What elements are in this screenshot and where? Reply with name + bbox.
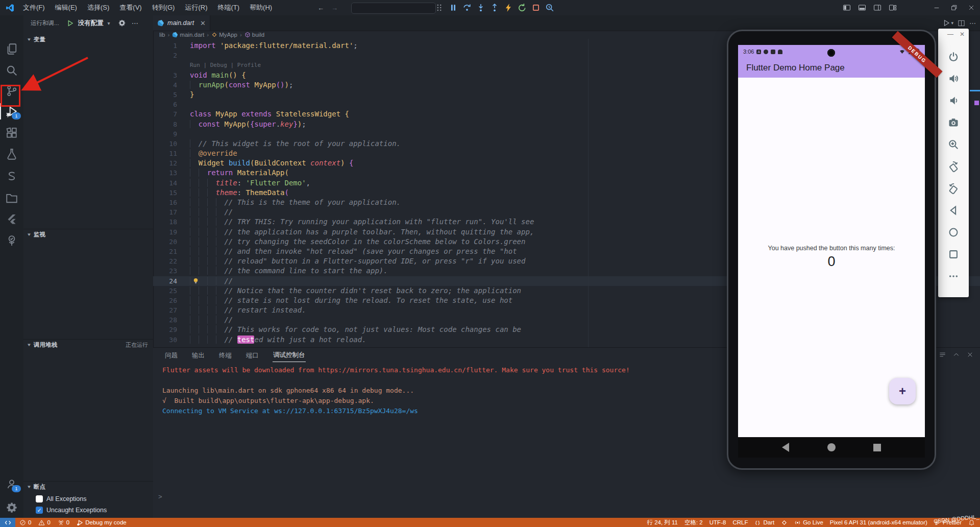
increment-fab-button[interactable]: +: [889, 378, 916, 404]
android-back-button[interactable]: [782, 443, 789, 452]
activity-search-icon[interactable]: [0, 60, 23, 81]
emulator-close-icon[interactable]: ✕: [960, 31, 965, 38]
panel-views-icon[interactable]: [939, 351, 946, 358]
hot-restart-button[interactable]: [518, 3, 527, 12]
activity-account-icon[interactable]: 1: [0, 474, 23, 494]
activity-todo-tree-icon[interactable]: [0, 231, 23, 251]
menu-r[interactable]: 运行(R): [180, 2, 212, 13]
activity-s-extension-icon[interactable]: [0, 166, 23, 187]
remote-indicator[interactable]: [0, 518, 15, 527]
breadcrumb-item-lib[interactable]: lib: [159, 32, 165, 38]
split-editor-icon[interactable]: [958, 19, 965, 27]
activity-extensions-icon[interactable]: [0, 123, 23, 143]
panel-tab[interactable]: 终端: [218, 349, 232, 362]
open-devtools-button[interactable]: [545, 3, 554, 12]
emulator-more-button[interactable]: [948, 271, 959, 282]
menu-s[interactable]: 选择(S): [83, 2, 114, 13]
checkbox[interactable]: [36, 495, 43, 502]
chevron-down-icon[interactable]: ▾: [108, 20, 110, 26]
emulator-minimize-icon[interactable]: —: [947, 31, 953, 38]
hot-reload-button[interactable]: [504, 3, 513, 12]
panel-tab[interactable]: 端口: [246, 349, 259, 362]
forward-arrow-icon[interactable]: →: [331, 4, 338, 12]
activity-project-folder-icon[interactable]: [0, 188, 23, 208]
restore-icon[interactable]: [945, 0, 963, 15]
section-breakpoints[interactable]: ▼ 断点: [23, 481, 153, 492]
menu-e[interactable]: 编辑(E): [51, 2, 82, 13]
section-watch[interactable]: ▼ 监视: [23, 229, 153, 240]
status-device[interactable]: Pixel 6 API 31 (android-x64 emulator): [830, 519, 927, 525]
section-call-stack[interactable]: ▼ 调用堆栈 正在运行: [23, 339, 153, 350]
menu-v[interactable]: 查看(V): [115, 2, 146, 13]
emulator-volume-up-button[interactable]: [948, 73, 959, 84]
back-arrow-icon[interactable]: ←: [317, 4, 324, 12]
menu-h[interactable]: 帮助(H): [245, 2, 277, 13]
activity-settings-icon[interactable]: [0, 497, 23, 518]
status-cursor-position[interactable]: 行 24, 列 11: [647, 519, 678, 526]
emulator-volume-down-button[interactable]: [948, 95, 959, 106]
breakpoint-row[interactable]: All Exceptions: [23, 493, 153, 505]
stop-button[interactable]: [531, 3, 541, 12]
pause-button[interactable]: [449, 3, 458, 12]
start-debug-icon[interactable]: [66, 19, 74, 27]
activity-explorer-icon[interactable]: [0, 39, 23, 59]
menu-t[interactable]: 终端(T): [213, 2, 244, 13]
drag-grip-button[interactable]: [435, 3, 444, 12]
emulator-screen[interactable]: 3:06 A Flutter Demo Home Page You have p…: [738, 45, 925, 458]
run-file-icon[interactable]: ▾: [942, 19, 953, 27]
status-prettier[interactable]: Prettier: [934, 519, 962, 526]
close-icon[interactable]: [963, 0, 980, 15]
status-indentation[interactable]: 空格: 2: [684, 519, 703, 526]
emulator-rotate-cw-button[interactable]: [948, 183, 959, 194]
more-actions-icon[interactable]: ⋯: [969, 19, 976, 27]
status-language-mode[interactable]: {}Dart: [754, 519, 774, 526]
section-variables[interactable]: ▼ 变量: [23, 34, 153, 45]
status-go-live[interactable]: Go Live: [794, 519, 823, 526]
panel-tab[interactable]: 输出: [191, 349, 205, 362]
status-warnings[interactable]: 0: [38, 519, 50, 526]
toggle-sidebar-icon[interactable]: [840, 1, 853, 14]
more-actions-icon[interactable]: ⋯: [132, 19, 138, 27]
panel-tab[interactable]: 调试控制台: [273, 349, 306, 362]
emulator-zoom-in-button[interactable]: [948, 139, 959, 150]
emulator-rotate-ccw-button[interactable]: [948, 161, 959, 172]
panel-tab[interactable]: 问题: [164, 349, 178, 362]
search-input[interactable]: [351, 3, 436, 14]
minimize-icon[interactable]: [928, 0, 945, 15]
status-debug-session[interactable]: Debug my code: [77, 519, 127, 526]
emulator-overview-button[interactable]: [948, 249, 959, 260]
emulator-home-button[interactable]: [948, 227, 959, 238]
lightbulb-icon[interactable]: [192, 277, 200, 285]
checkbox[interactable]: ✓: [36, 507, 43, 514]
toggle-secondary-sidebar-icon[interactable]: [871, 1, 884, 14]
toggle-panel-icon[interactable]: [855, 1, 869, 14]
step-into-button[interactable]: [476, 3, 485, 12]
activity-flutter-icon[interactable]: [0, 209, 23, 230]
launch-config-select[interactable]: 没有配置: [78, 19, 104, 28]
breakpoint-row[interactable]: ✓Uncaught Exceptions: [23, 505, 153, 516]
status-notifications[interactable]: [968, 519, 975, 526]
emulator-back-button[interactable]: [948, 205, 959, 216]
status-encoding[interactable]: UTF-8: [709, 519, 726, 525]
emulator-camera-button[interactable]: [948, 117, 959, 128]
menu-g[interactable]: 转到(G): [148, 2, 180, 13]
emulator-power-button[interactable]: [948, 51, 959, 62]
tab-main-dart[interactable]: main.dart ✕: [153, 15, 210, 31]
close-tab-icon[interactable]: ✕: [200, 19, 206, 27]
android-home-button[interactable]: [827, 443, 836, 451]
console-input-prompt[interactable]: >: [158, 493, 162, 500]
gear-icon[interactable]: [118, 19, 126, 27]
android-recents-button[interactable]: [873, 444, 881, 451]
breadcrumb-item-maindart[interactable]: main.dart: [172, 32, 204, 38]
step-over-button[interactable]: [462, 3, 472, 12]
status-flutter-sdk[interactable]: [781, 519, 788, 526]
status-ports[interactable]: 0: [58, 519, 69, 526]
breadcrumb-item-build[interactable]: build: [244, 32, 264, 38]
maximize-panel-icon[interactable]: [952, 351, 960, 358]
step-out-button[interactable]: [490, 3, 499, 12]
breadcrumb-item-myapp[interactable]: MyApp: [211, 32, 237, 38]
close-panel-icon[interactable]: [966, 351, 974, 358]
customize-layout-icon[interactable]: [886, 1, 899, 14]
status-eol[interactable]: CRLF: [732, 519, 748, 525]
menu-f[interactable]: 文件(F): [18, 2, 50, 13]
